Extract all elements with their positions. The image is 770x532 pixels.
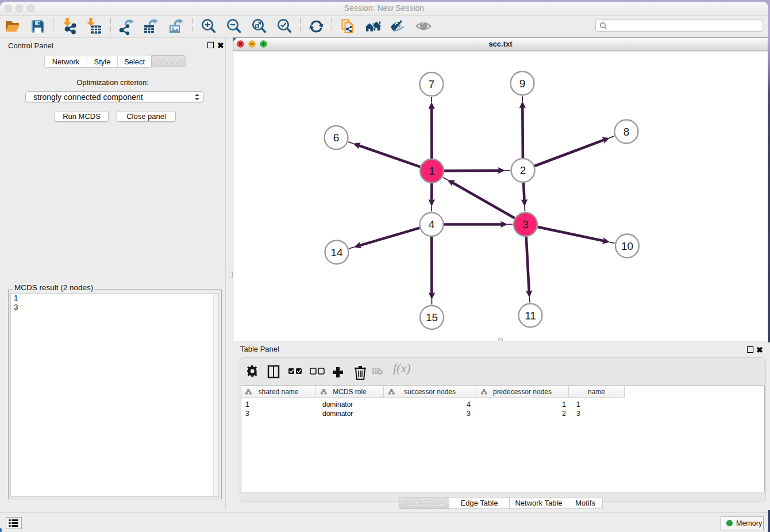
svg-text:8: 8 (623, 126, 630, 138)
svg-text:1: 1 (429, 165, 435, 177)
svg-text:15: 15 (426, 311, 438, 323)
svg-text:10: 10 (621, 240, 633, 252)
svg-text:7: 7 (429, 78, 435, 90)
svg-text:9: 9 (519, 78, 526, 90)
svg-text:6: 6 (333, 132, 340, 144)
svg-text:2: 2 (520, 164, 526, 176)
svg-text:11: 11 (525, 310, 536, 322)
svg-text:14: 14 (330, 246, 343, 259)
svg-text:3: 3 (522, 218, 529, 230)
svg-text:4: 4 (429, 218, 435, 230)
